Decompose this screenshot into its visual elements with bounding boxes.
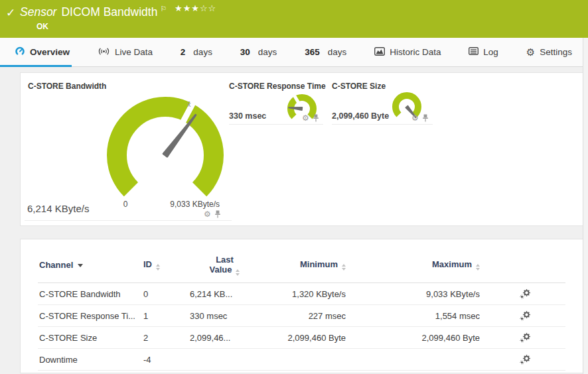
gauge-title: C-STORE Response Time: [229, 82, 326, 91]
pin-icon[interactable]: [422, 114, 429, 122]
scrollbar[interactable]: [583, 38, 588, 374]
stars-filled-icon[interactable]: ★★★: [175, 3, 200, 13]
table-row[interactable]: Downtime -4: [38, 349, 565, 371]
gear-icon[interactable]: ⚙: [204, 210, 211, 218]
channel-minimum: 1,320 KByte/s: [259, 289, 346, 299]
page-title: DICOM Bandwidth: [61, 5, 157, 19]
tab-live-data[interactable]: Live Data: [98, 38, 153, 66]
gauge-last-value: 6,214 KByte/s: [27, 203, 89, 214]
gauge-scale-min: 0: [112, 200, 139, 209]
channel-id: 1: [143, 311, 190, 321]
sort-icon: [156, 264, 160, 271]
gauge-title: C-STORE Size: [332, 82, 386, 91]
prtg-sensor-page: ✓ SensorDICOM Bandwidth⚐ ★★★☆☆ OK Overvi…: [0, 0, 588, 374]
tab-label: Settings: [540, 47, 572, 57]
channel-last-value: 330 msec: [190, 311, 259, 321]
column-header-label: ID: [143, 259, 152, 269]
bandwidth-gauge: x̄: [99, 94, 232, 199]
tab-day-count: 30: [240, 47, 250, 57]
priority-stars[interactable]: ★★★☆☆: [175, 3, 216, 13]
gauge-last-value: 2,099,460 Byte: [332, 111, 389, 121]
tab-365-days[interactable]: 365 days: [305, 38, 346, 66]
table-row[interactable]: C-STORE Response Ti... 1 330 msec 227 ms…: [38, 305, 565, 327]
channel-name: C-STORE Bandwidth: [38, 289, 143, 299]
column-header-minimum[interactable]: Minimum: [259, 259, 346, 271]
channel-name: C-STORE Size: [38, 333, 143, 343]
column-header-label: Last: [216, 255, 234, 265]
gauge-actions: ⚙: [411, 114, 429, 122]
table-row[interactable]: C-STORE Bandwidth 0 6,214 KB... 1,320 KB…: [38, 283, 565, 305]
tab-day-count: 365: [305, 47, 320, 57]
tab-historic-data[interactable]: Historic Data: [374, 38, 441, 66]
sort-icon: [236, 269, 240, 276]
channel-last-value: 6,214 KB...: [190, 289, 259, 299]
gear-icon[interactable]: ⚙: [411, 114, 419, 122]
sensor-header: ✓ SensorDICOM Bandwidth⚐ ★★★☆☆ OK: [0, 0, 588, 38]
column-header-last-value[interactable]: Last Value: [190, 255, 259, 276]
tab-label: days: [258, 47, 277, 57]
tab-label: Log: [483, 47, 498, 57]
flag-icon[interactable]: ⚐: [160, 5, 167, 13]
gauges-panel: C-STORE Bandwidth x̄ 0 9,033 KByte/s 6,2…: [20, 72, 583, 226]
tab-label: days: [328, 47, 347, 57]
overview-content: C-STORE Bandwidth x̄ 0 9,033 KByte/s 6,2…: [0, 67, 588, 373]
pin-icon[interactable]: [214, 210, 221, 218]
channel-settings-icon[interactable]: [520, 333, 531, 343]
gauge-actions: ⚙: [302, 114, 319, 122]
tab-2-days[interactable]: 2 days: [181, 38, 212, 66]
chart-icon: [374, 47, 385, 58]
channel-settings-icon[interactable]: [520, 311, 531, 321]
mean-marker-label: x̄: [187, 100, 191, 108]
table-header-row: Channel ID Last Value Minimum Maximum: [38, 239, 565, 283]
broadcast-icon: [98, 47, 110, 58]
channel-settings-icon[interactable]: [520, 289, 531, 299]
active-tab-indicator: [0, 65, 72, 67]
tab-day-count: 2: [181, 47, 186, 57]
gauge-needle: [163, 115, 196, 156]
status-badge: OK: [37, 22, 48, 31]
tab-label: Overview: [30, 47, 70, 57]
gear-icon: ⚙: [526, 47, 535, 57]
sort-desc-icon: [78, 264, 83, 267]
gauge-title: C-STORE Bandwidth: [28, 82, 106, 91]
channel-minimum: 227 msec: [259, 311, 346, 321]
tab-bar: Overview Live Data 2 days 30 days 365 da…: [0, 38, 588, 67]
table-row[interactable]: C-STORE Size 2 2,099,46... 2,099,460 Byt…: [38, 327, 565, 349]
channel-minimum: 2,099,460 Byte: [259, 333, 346, 343]
divider: [25, 220, 232, 221]
channel-maximum: 2,099,460 Byte: [346, 333, 480, 343]
channel-name: C-STORE Response Ti...: [38, 311, 143, 321]
pin-icon[interactable]: [313, 114, 319, 122]
channel-id: 0: [143, 289, 190, 299]
tab-settings[interactable]: ⚙ Settings: [526, 38, 572, 66]
channel-id: -4: [143, 355, 190, 365]
column-header-channel[interactable]: Channel: [38, 260, 143, 270]
channel-maximum: 9,033 KByte/s: [346, 289, 480, 299]
column-header-label: Channel: [39, 260, 73, 270]
channel-last-value: 2,099,46...: [190, 333, 259, 343]
sort-icon: [476, 264, 480, 271]
gauge-scale-max: 9,033 KByte/s: [153, 200, 220, 209]
sensor-title-line: SensorDICOM Bandwidth⚐: [20, 5, 167, 19]
channel-settings-icon[interactable]: [520, 355, 531, 365]
column-header-label-line2: Value: [210, 265, 240, 276]
channel-name: Downtime: [38, 355, 143, 365]
gauge-last-value: 330 msec: [229, 111, 266, 121]
channel-maximum: 1,554 msec: [346, 311, 480, 321]
gauge-actions: ⚙: [204, 210, 221, 218]
tab-label: days: [193, 47, 212, 57]
column-header-label: Maximum: [432, 259, 472, 269]
column-header-label: Minimum: [300, 259, 338, 269]
channels-table-panel: Channel ID Last Value Minimum Maximum: [20, 239, 583, 373]
tab-overview[interactable]: Overview: [15, 38, 70, 66]
tab-log[interactable]: Log: [469, 38, 498, 66]
stars-empty-icon[interactable]: ☆☆: [200, 3, 216, 13]
channel-id: 2: [143, 333, 190, 343]
ok-check-icon: ✓: [6, 6, 15, 20]
column-header-id[interactable]: ID: [143, 259, 190, 271]
tab-30-days[interactable]: 30 days: [240, 38, 277, 66]
gear-icon[interactable]: ⚙: [302, 114, 309, 122]
column-header-maximum[interactable]: Maximum: [346, 259, 480, 271]
gauge-arc: [117, 107, 214, 190]
gauge-arc: [396, 95, 418, 115]
